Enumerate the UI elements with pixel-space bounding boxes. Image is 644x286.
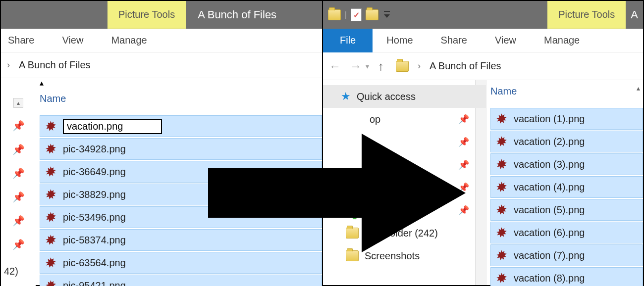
file-icon xyxy=(44,211,57,224)
file-row[interactable]: pic-53496.png xyxy=(40,206,322,228)
sort-caret-icon[interactable]: ▴ xyxy=(637,84,640,92)
sidebar-label: New folder (242) xyxy=(365,228,438,239)
breadcrumb[interactable]: A Bunch of Files xyxy=(19,59,91,71)
chevron-right-icon[interactable]: › xyxy=(418,61,421,71)
titlebar-left: Picture Tools A Bunch of Files xyxy=(1,1,322,29)
sort-caret-icon[interactable]: ▴ xyxy=(40,79,44,87)
sidebar-item[interactable]: Screenshots xyxy=(323,244,486,267)
up-arrow-icon[interactable]: ↑ xyxy=(378,59,384,73)
file-name: vacation (1).png xyxy=(514,113,585,125)
file-name: vacation (3).png xyxy=(514,159,585,170)
properties-icon[interactable] xyxy=(351,8,362,21)
file-row-editing[interactable] xyxy=(40,115,322,137)
file-icon xyxy=(495,135,508,148)
picture-tools-tab[interactable]: Picture Tools xyxy=(547,1,626,29)
tab-view[interactable]: View xyxy=(48,29,97,52)
file-row[interactable]: pic-34928.png xyxy=(40,138,322,160)
file-name: pic-38829.png xyxy=(63,189,126,200)
file-row[interactable]: pic-38829.png xyxy=(40,184,322,205)
navbar-right: ← → ▾ ↑ › A Bunch of Files xyxy=(323,52,643,80)
file-row[interactable]: vacation (4).png xyxy=(490,176,643,198)
file-icon xyxy=(495,272,508,285)
history-dropdown-icon[interactable]: ▾ xyxy=(366,62,369,70)
tab-manage[interactable]: Manage xyxy=(97,29,161,52)
tab-file[interactable]: File xyxy=(323,29,373,52)
sync-check-icon xyxy=(352,214,358,220)
folder-icon[interactable] xyxy=(328,9,341,20)
file-icon xyxy=(495,226,508,239)
sidebar-item[interactable]: op 📌 xyxy=(323,108,486,131)
file-icon xyxy=(495,249,508,262)
sidebar-label: Quick access xyxy=(357,91,416,102)
file-name: vacation (2).png xyxy=(514,136,585,147)
tab-home[interactable]: Home xyxy=(373,29,427,52)
file-row[interactable]: vacation (3).png xyxy=(490,153,643,175)
pin-icon: 📌 xyxy=(458,159,469,170)
sidebar-item[interactable]: How To Geek 📌 xyxy=(323,199,486,222)
file-row[interactable]: pic-63564.png xyxy=(40,252,322,274)
qat-customize-icon[interactable] xyxy=(382,9,391,20)
pin-icon: 📌 xyxy=(458,182,469,193)
file-name: pic-63564.png xyxy=(63,257,126,269)
back-arrow-icon[interactable]: ← xyxy=(329,59,341,73)
forward-arrow-icon[interactable]: → xyxy=(350,59,362,73)
sidebar-quick-access[interactable]: ★ Quick access xyxy=(323,85,486,108)
sidebar-label: op xyxy=(346,114,380,125)
file-row[interactable]: pic-95421.png xyxy=(40,275,322,286)
pin-icon: 📌 xyxy=(1,215,36,227)
file-name: pic-95421.png xyxy=(63,280,126,286)
tab-share[interactable]: Share xyxy=(1,29,48,52)
rename-input[interactable] xyxy=(63,119,162,134)
file-name: pic-36649.png xyxy=(63,166,126,178)
file-icon xyxy=(44,120,57,133)
file-row[interactable]: vacation (6).png xyxy=(490,222,643,243)
pin-icon: 📌 xyxy=(1,191,36,203)
window-title: A xyxy=(626,1,643,29)
column-name-header[interactable]: Name xyxy=(40,93,66,104)
pin-icon: 📌 xyxy=(1,167,36,179)
quick-access-toolbar: | xyxy=(323,1,396,29)
tab-view[interactable]: View xyxy=(481,29,530,52)
folder-icon[interactable] xyxy=(366,9,378,20)
file-icon xyxy=(44,188,57,201)
sidebar-item[interactable]: ctures 📌 xyxy=(323,176,486,199)
sidebar-item[interactable]: 📌 xyxy=(323,153,486,176)
sidebar-item[interactable]: 📌 xyxy=(323,131,486,153)
file-row[interactable]: vacation (7).png xyxy=(490,244,643,266)
sidebar-label: How To Geek xyxy=(365,205,424,216)
file-row[interactable]: pic-36649.png xyxy=(40,161,322,183)
breadcrumb[interactable]: A Bunch of Files xyxy=(429,60,501,72)
sidebar-label: ctures xyxy=(346,182,387,193)
file-row[interactable]: pic-58374.png xyxy=(40,229,322,251)
scroll-up-icon[interactable]: ▴ xyxy=(13,98,23,108)
pin-icon: 📌 xyxy=(458,205,469,216)
file-name: vacation (4).png xyxy=(514,182,585,193)
file-row[interactable]: vacation (1).png xyxy=(490,108,643,130)
file-row[interactable]: vacation (2).png xyxy=(490,131,643,152)
file-row[interactable]: vacation (8).png xyxy=(490,267,643,286)
file-icon xyxy=(495,181,508,193)
column-name-header[interactable]: Name xyxy=(490,86,517,97)
pin-icon: 📌 xyxy=(1,143,36,155)
file-name: pic-53496.png xyxy=(63,212,126,223)
folder-icon[interactable] xyxy=(396,61,409,72)
file-name: vacation (6).png xyxy=(514,227,585,238)
file-icon xyxy=(44,143,57,155)
tab-manage[interactable]: Manage xyxy=(530,29,593,52)
file-name: pic-58374.png xyxy=(63,235,126,246)
sidebar-item[interactable]: New folder (242) xyxy=(323,222,486,244)
ribbon-right: File Home Share View Manage xyxy=(323,29,643,52)
star-icon: ★ xyxy=(341,90,351,103)
file-name: vacation (5).png xyxy=(514,204,585,216)
chevron-right-icon[interactable]: › xyxy=(7,60,10,70)
sidebar-label: Screenshots xyxy=(365,250,420,262)
file-name: vacation (7).png xyxy=(514,250,585,261)
file-icon xyxy=(495,203,508,216)
window-title: A Bunch of Files xyxy=(186,1,288,29)
file-pane-left: ▴ Name pic-34928.png pic-36649.png xyxy=(36,78,322,286)
file-row[interactable]: vacation (5).png xyxy=(490,199,643,221)
pin-column: ▴ 📌 📌 📌 📌 📌 📌 42) xyxy=(1,78,36,286)
tab-share[interactable]: Share xyxy=(427,29,481,52)
picture-tools-tab[interactable]: Picture Tools xyxy=(107,1,186,29)
cropped-text: 42) xyxy=(4,266,18,277)
